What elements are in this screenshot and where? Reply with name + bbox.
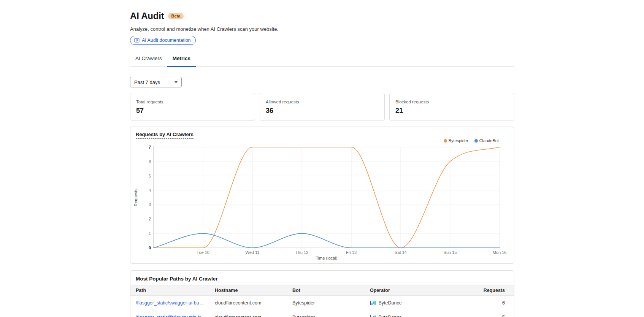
- stat-value: 57: [136, 107, 249, 115]
- path-link[interactable]: /flasgger_static/swagger-ui-bu…: [136, 300, 204, 306]
- stat-label[interactable]: Total requests: [136, 100, 163, 105]
- column-header-path: Path: [136, 288, 215, 293]
- table-row: /flasgger_static/lib/jquery.min.js cloud…: [130, 310, 514, 317]
- svg-text:Requests: Requests: [133, 189, 138, 206]
- tab-metrics[interactable]: Metrics: [167, 52, 196, 67]
- svg-text:Wed 11: Wed 11: [246, 250, 260, 255]
- svg-text:Mon 16: Mon 16: [493, 250, 507, 255]
- chevron-down-icon: [174, 81, 178, 83]
- svg-text:Sat 14: Sat 14: [395, 250, 407, 255]
- stats-row: Total requests 57 Allowed requests 36 Bl…: [130, 93, 514, 121]
- book-icon: [134, 38, 140, 43]
- svg-text:2: 2: [149, 217, 151, 221]
- column-header-bot: Bot: [292, 288, 370, 293]
- column-header-hostname: Hostname: [215, 288, 292, 293]
- requests-cell: 6: [468, 300, 505, 306]
- stat-card-blocked-requests: Blocked requests 21: [389, 93, 514, 121]
- doc-button-label: AI Audit documentation: [142, 38, 191, 43]
- date-range-value: Past 7 days: [134, 79, 160, 85]
- svg-text:6: 6: [149, 159, 151, 164]
- requests-cell: 5: [468, 315, 505, 317]
- stat-label[interactable]: Blocked requests: [395, 100, 429, 105]
- stat-value: 21: [395, 107, 508, 115]
- page-header: AI Audit Beta Analyze, control and monet…: [130, 11, 514, 45]
- hostname-cell: cloudflarecontent.com: [215, 300, 292, 306]
- requests-chart-card: Requests by AI Crawlers Bytespider Claud…: [130, 127, 514, 264]
- svg-text:Tue 10: Tue 10: [197, 250, 209, 255]
- column-header-requests: Requests: [468, 288, 505, 293]
- tab-ai-crawlers[interactable]: AI Crawlers: [130, 52, 167, 67]
- svg-text:1: 1: [149, 231, 151, 236]
- operator-cell: ByteDance: [379, 315, 402, 317]
- ai-audit-documentation-button[interactable]: AI Audit documentation: [130, 36, 196, 45]
- bytedance-logo-icon: [370, 315, 376, 317]
- requests-line-chart[interactable]: 01234567Tue 10Wed 11Thu 12Fri 13Sat 14Su…: [130, 127, 515, 264]
- date-range-dropdown[interactable]: Past 7 days: [130, 77, 182, 87]
- svg-text:Thu 12: Thu 12: [295, 250, 308, 255]
- tab-bar: AI Crawlers Metrics: [130, 52, 514, 67]
- stat-label[interactable]: Allowed requests: [266, 100, 299, 105]
- table-title: Most Popular Paths by AI Crawler: [136, 276, 509, 282]
- operator-cell: ByteDance: [379, 300, 402, 306]
- svg-text:0: 0: [149, 246, 151, 250]
- hostname-cell: cloudflarecontent.com: [215, 315, 292, 317]
- column-header-operator: Operator: [370, 288, 468, 293]
- stat-card-allowed-requests: Allowed requests 36: [260, 93, 385, 121]
- svg-text:Sun 15: Sun 15: [444, 250, 457, 255]
- page-subtitle: Analyze, control and monetize when AI Cr…: [130, 26, 514, 32]
- stat-card-total-requests: Total requests 57: [130, 93, 255, 121]
- svg-text:4: 4: [149, 188, 151, 193]
- svg-text:Time (local): Time (local): [316, 256, 337, 260]
- svg-text:Fri 13: Fri 13: [346, 250, 357, 255]
- bot-cell: Bytespider: [292, 300, 370, 306]
- path-link[interactable]: /flasgger_static/lib/jquery.min.js: [136, 315, 201, 317]
- beta-badge: Beta: [168, 13, 184, 19]
- page-title: AI Audit: [130, 11, 164, 21]
- svg-text:3: 3: [149, 202, 151, 207]
- svg-text:7: 7: [149, 145, 151, 149]
- popular-paths-card: Most Popular Paths by AI Crawler Path Ho…: [130, 270, 514, 317]
- bytedance-logo-icon: [370, 300, 376, 306]
- table-header-row: Path Hostname Bot Operator Requests: [130, 285, 514, 296]
- bot-cell: Bytespider: [292, 315, 370, 317]
- main-content: AI Audit Beta Analyze, control and monet…: [130, 0, 514, 317]
- stat-value: 36: [266, 107, 379, 115]
- table-row: /flasgger_static/swagger-ui-bu… cloudfla…: [130, 296, 514, 310]
- svg-text:5: 5: [149, 174, 151, 178]
